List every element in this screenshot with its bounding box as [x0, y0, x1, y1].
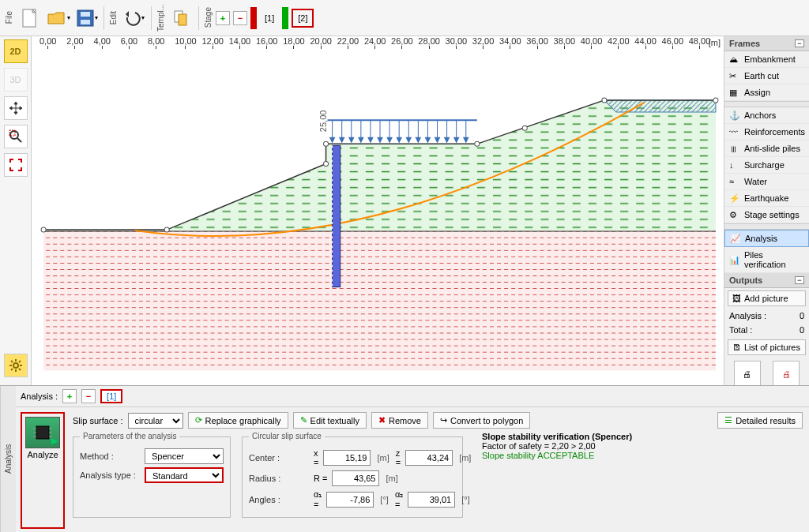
alpha1-input[interactable] [326, 492, 374, 508]
view-3d-button[interactable]: 3D [4, 68, 28, 92]
results-icon: ☰ [724, 415, 732, 425]
print-color-button[interactable]: 🖨 [773, 361, 800, 388]
save-icon [76, 9, 95, 28]
frame-icon: ⫼ [729, 144, 740, 153]
list-of-pictures-button[interactable]: 🖺List of pictures [728, 339, 806, 355]
analysis-type-select[interactable]: Standard [145, 467, 224, 483]
x-label: x = [314, 448, 318, 467]
frame-item-anti-slide-piles[interactable]: ⫼Anti-slide piles [724, 140, 809, 157]
radius-input[interactable] [332, 470, 379, 486]
add-picture-button[interactable]: 🖼Add picture [728, 290, 806, 306]
open-file-button[interactable]: ▾ [45, 5, 72, 32]
model-canvas[interactable]: 25,00 [32, 54, 724, 385]
templates-tab[interactable]: Templ... [155, 1, 167, 35]
replace-graphically-button[interactable]: ⟳Replace graphically [188, 412, 288, 429]
analysis-toolbar: Analysis : + − [1] [16, 386, 809, 407]
collapse-outputs-button[interactable]: − [795, 276, 804, 284]
svg-rect-3 [81, 20, 90, 24]
method-select[interactable]: Spencer [145, 448, 224, 464]
ruler: 0,002,004,006,008,0010,0012,0014,0016,00… [32, 36, 724, 54]
picture-add-icon: 🖼 [732, 294, 741, 303]
zoom-button[interactable] [4, 125, 28, 148]
analysis-vtab[interactable]: Analysis [0, 386, 16, 532]
printer-color-icon: 🖨 [782, 369, 791, 379]
stage-controls: + − [1] [2] [216, 7, 314, 29]
frame-icon: ⚡ [729, 193, 740, 203]
stage-tab[interactable]: Stage [202, 4, 214, 31]
right-panel: Frames− ⛰Embankment✂Earth cut▦Assign⚓Anc… [724, 36, 809, 385]
replace-icon: ⟳ [195, 415, 202, 425]
frame-item-reinforcements[interactable]: 〰Reinforcements [724, 124, 809, 140]
svg-rect-2 [81, 12, 90, 17]
undo-icon [124, 9, 141, 27]
frame-icon: ⛰ [729, 54, 740, 64]
frame-item-assign[interactable]: ▦Assign [724, 84, 809, 101]
frame-icon: 〰 [729, 127, 740, 137]
center-label: Center : [249, 453, 309, 463]
frame-item-earthquake[interactable]: ⚡Earthquake [724, 190, 809, 207]
convert-icon: ↪ [440, 415, 447, 425]
center-z-input[interactable] [405, 450, 453, 466]
save-button[interactable]: ▾ [73, 5, 100, 32]
unit-m: [m] [457, 453, 472, 463]
slip-surface-select[interactable]: circular [128, 413, 183, 429]
analysis-add-button[interactable]: + [62, 389, 77, 403]
templates-button[interactable] [168, 5, 195, 32]
add-stage-button[interactable]: + [216, 11, 230, 25]
analyze-button[interactable] [25, 417, 60, 448]
center-x-input[interactable] [323, 450, 371, 466]
result-title: Slope stability verification (Spencer) [482, 432, 632, 441]
edit-textually-button[interactable]: ✎Edit textually [293, 412, 367, 429]
svg-rect-30 [333, 145, 341, 287]
stage-2-button[interactable]: [2] [292, 9, 314, 28]
a2-label: α₂ = [395, 489, 403, 509]
alpha2-input[interactable] [408, 492, 455, 508]
convert-to-polygon-button[interactable]: ↪Convert to polygon [433, 412, 530, 429]
undo-button[interactable]: ▾ [121, 5, 148, 32]
svg-point-32 [41, 227, 46, 232]
view-2d-button[interactable]: 2D [4, 39, 28, 63]
list-icon: 🖺 [732, 343, 741, 352]
frame-item-surcharge[interactable]: ↓Surcharge [724, 157, 809, 174]
frame-item-anchors[interactable]: ⚓Anchors [724, 107, 809, 124]
svg-rect-5 [179, 14, 186, 25]
templates-icon [173, 9, 190, 27]
model-drawing: 25,00 [32, 54, 724, 385]
folder-open-icon [47, 9, 67, 27]
analysis-remove-button[interactable]: − [81, 389, 96, 403]
chip-icon [33, 423, 52, 442]
edit-tab[interactable]: Edit [107, 8, 119, 28]
analyze-block: Analyze [21, 412, 65, 529]
frame-icon: ⚓ [729, 111, 740, 120]
separator [103, 6, 104, 30]
angles-label: Angles : [249, 495, 309, 504]
pan-button[interactable] [4, 96, 28, 120]
stage-2-color [282, 7, 288, 29]
frame-item-stage-settings[interactable]: ⚙Stage settings [724, 207, 809, 223]
new-file-button[interactable] [17, 5, 43, 32]
outputs-total-row: Total :0 [724, 323, 809, 337]
frame-item-earth-cut[interactable]: ✂Earth cut [724, 68, 809, 84]
fit-view-button[interactable] [4, 153, 28, 177]
printer-icon: 🖨 [743, 369, 751, 379]
frame-item-piles-verification[interactable]: 📊Piles verification [724, 247, 809, 273]
stage-1-button[interactable]: [1] [260, 10, 279, 26]
frame-item-analysis[interactable]: 📈Analysis [724, 230, 809, 247]
remove-stage-button[interactable]: − [233, 11, 247, 25]
fit-icon [9, 158, 23, 172]
print-button[interactable]: 🖨 [734, 361, 761, 388]
svg-point-6 [10, 131, 18, 139]
file-tab[interactable]: File [3, 8, 15, 27]
move-icon [9, 101, 23, 115]
remove-button[interactable]: ✖Remove [371, 412, 428, 429]
settings-button[interactable] [4, 354, 28, 377]
frame-item-embankment[interactable]: ⛰Embankment [724, 51, 809, 68]
frame-item-water[interactable]: ≈Water [724, 174, 809, 190]
result-block: Slope stability verification (Spencer) F… [482, 432, 632, 518]
method-label: Method : [80, 451, 140, 461]
unit-m: [m] [384, 474, 399, 483]
analysis-number[interactable]: [1] [100, 389, 122, 403]
detailed-results-button[interactable]: ☰Detailed results [717, 412, 803, 429]
collapse-frames-button[interactable]: − [795, 39, 804, 47]
frame-icon: ↓ [729, 160, 740, 170]
